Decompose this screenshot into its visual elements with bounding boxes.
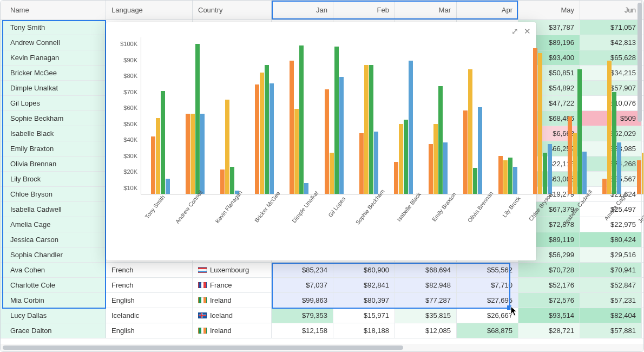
value-cell[interactable]: $72,576 [518,293,580,308]
close-icon[interactable]: ✕ [524,27,531,36]
col-header-name[interactable]: Name [1,1,106,19]
y-tick-label: $100K [116,41,137,47]
bar [612,92,616,194]
language-cell[interactable]: French [106,263,193,277]
col-header-country[interactable]: Country [193,1,272,19]
bar [220,170,225,194]
value-cell[interactable]: $60,900 [333,263,395,277]
name-cell[interactable]: Isabella Cadwell [1,202,106,217]
name-cell[interactable]: Lucy Dallas [1,308,106,323]
value-cell[interactable]: $35,815 [395,308,457,323]
bar-group [491,156,524,194]
name-cell[interactable]: Emily Braxton [1,141,106,156]
value-cell[interactable]: $77,287 [395,293,457,308]
value-cell[interactable]: $7,037 [272,278,333,292]
value-cell[interactable]: $99,863 [272,293,333,308]
y-tick-label: $70K [116,89,137,95]
value-cell[interactable]: $82,948 [395,278,457,292]
name-cell[interactable]: Chloe Bryson [1,187,106,201]
name-cell[interactable]: Charlotte Cole [1,278,106,292]
value-cell[interactable]: $18,188 [333,323,395,338]
name-cell[interactable]: Sophia Chandler [1,247,106,262]
value-cell[interactable]: $85,234 [272,263,333,277]
name-cell[interactable]: Gil Lopes [1,96,106,110]
name-cell[interactable]: Jessica Carson [1,232,106,247]
value-cell[interactable]: $52,847 [580,278,642,292]
name-cell[interactable]: Kevin Flanagan [1,50,106,65]
value-cell[interactable]: $82,404 [580,308,642,323]
table-row[interactable]: Charlotte ColeFrenchFrance$7,037$92,841$… [1,278,643,293]
name-cell[interactable]: Bricker McGee [1,66,106,80]
country-cell[interactable]: France [193,278,272,292]
col-header-jun[interactable]: Jun [580,1,642,19]
value-cell[interactable]: $57,231 [580,293,642,308]
table-row[interactable]: Lucy DallasIcelandicIceland$79,353$15,97… [1,308,643,323]
y-tick-label: $90K [116,57,137,63]
value-cell[interactable]: $70,728 [518,263,580,277]
country-cell[interactable]: Ireland [193,293,272,308]
name-cell[interactable]: Dimple Unalkat [1,81,106,95]
name-cell[interactable]: Tony Smith [1,20,106,35]
name-cell[interactable]: Lily Brock [1,172,106,186]
value-cell[interactable]: $15,971 [333,308,395,323]
country-cell[interactable]: Ireland [193,323,272,338]
name-cell[interactable]: Amelia Cage [1,217,106,232]
col-header-jan[interactable]: Jan [272,1,333,19]
value-cell[interactable]: $92,841 [333,278,395,292]
table-row[interactable]: Ava CohenFrenchLuxembourg$85,234$60,900$… [1,263,643,278]
name-cell[interactable]: Andrew Connell [1,35,106,50]
value-cell[interactable]: $68,694 [395,263,457,277]
expand-icon[interactable]: ⤢ [511,27,518,36]
value-cell[interactable]: $57,881 [580,323,642,338]
value-cell[interactable]: $12,158 [272,323,333,338]
bar [468,69,472,194]
bar [265,65,269,194]
value-cell[interactable]: $52,176 [518,278,580,292]
language-cell[interactable]: English [106,323,193,338]
bar [409,61,413,194]
language-cell[interactable]: Icelandic [106,308,193,323]
value-cell[interactable]: $55,562 [457,263,518,277]
value-cell[interactable]: $26,667 [457,308,518,323]
col-header-apr[interactable]: Apr [457,1,518,19]
language-cell[interactable]: French [106,278,193,292]
value-cell[interactable]: $27,695 [457,293,518,308]
bar [543,153,547,194]
bar [230,167,234,194]
name-cell[interactable]: Grace Dalton [1,323,106,338]
value-cell[interactable]: $28,721 [518,323,580,338]
name-cell[interactable]: Sophie Beckham [1,111,106,126]
bar [190,114,195,194]
col-header-language[interactable]: Language [106,1,193,19]
name-cell[interactable]: Isabelle Black [1,126,106,141]
value-cell[interactable]: $7,710 [457,278,518,292]
name-cell[interactable]: Olivia Brennan [1,157,106,171]
value-cell[interactable]: $68,875 [457,323,518,338]
chart-x-axis: Tony SmithAndrew ConnellKevin FlanaganBr… [141,194,644,232]
y-tick-label: $40K [116,136,137,143]
horizontal-scroll-thumb[interactable] [3,346,403,350]
bar [602,179,607,194]
col-header-feb[interactable]: Feb [333,1,395,19]
bar [369,65,373,194]
bar [200,114,205,194]
value-cell[interactable]: $80,397 [333,293,395,308]
name-cell[interactable]: Ava Cohen [1,263,106,277]
col-header-mar[interactable]: Mar [395,1,457,19]
value-cell[interactable]: $93,514 [518,308,580,323]
name-cell[interactable]: Mia Corbin [1,293,106,308]
horizontal-scrollbar[interactable] [1,344,643,351]
country-cell[interactable]: Iceland [193,308,272,323]
bar [374,132,378,194]
table-row[interactable]: Grace DaltonEnglishIreland$12,158$18,188… [1,323,643,338]
chart-y-axis: $100K$90K$80K$70K$60K$50K$40K$30K$20K$10… [116,41,141,191]
language-cell[interactable]: English [106,293,193,308]
y-tick-label: $20K [116,168,137,175]
table-row[interactable]: Mia CorbinEnglishIreland$99,863$80,397$7… [1,293,643,308]
country-cell[interactable]: Luxembourg [193,263,272,277]
value-cell[interactable]: $12,085 [395,323,457,338]
col-header-may[interactable]: May [518,1,580,19]
bar-group [525,48,559,194]
value-cell[interactable]: $70,941 [580,263,642,277]
value-cell[interactable]: $79,353 [272,308,333,323]
